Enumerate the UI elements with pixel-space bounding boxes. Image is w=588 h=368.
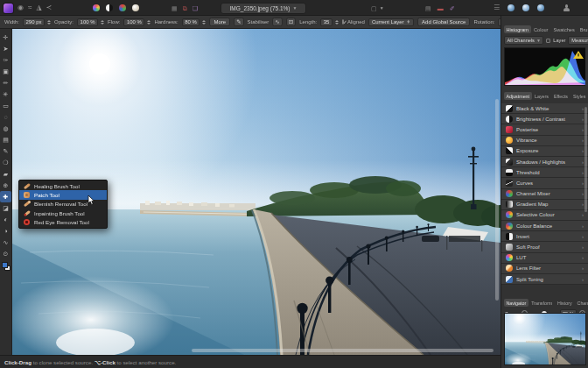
- adjustment-invert[interactable]: Invert›: [501, 231, 588, 242]
- sphere-icon[interactable]: [537, 4, 544, 11]
- hamburger-menu-icon[interactable]: ☰: [494, 4, 500, 11]
- document-tab[interactable]: IMG_2350.jpeg (75.1%) ▼: [220, 3, 306, 14]
- move-tool[interactable]: ➤: [0, 43, 11, 54]
- paint-brush-tool[interactable]: ✎: [0, 145, 11, 157]
- photo-persona-icon[interactable]: ◉: [18, 4, 24, 11]
- develop-persona-icon[interactable]: ◮: [36, 4, 41, 11]
- adjustment-exposure[interactable]: Exposure›: [501, 146, 588, 157]
- sphere-icon[interactable]: [508, 4, 514, 11]
- stepper-icon[interactable]: [147, 20, 150, 25]
- tab-swatches[interactable]: Swatches: [551, 25, 577, 33]
- export-persona-icon[interactable]: ≺: [46, 4, 52, 11]
- aligned-checkbox[interactable]: [342, 19, 344, 25]
- menu-item-inpainting-brush-tool[interactable]: Inpainting Brush Tool: [19, 209, 107, 217]
- flood-fill-tool[interactable]: ◍: [0, 123, 11, 134]
- crop-tool[interactable]: ▣: [0, 66, 11, 77]
- tab-adjustment[interactable]: Adjustment: [504, 92, 532, 100]
- layer-checkbox[interactable]: [546, 39, 550, 43]
- adjustment-lens-filter[interactable]: Lens Filter›: [501, 264, 588, 274]
- tab-transform[interactable]: Transform: [529, 299, 555, 307]
- liquify-persona-icon[interactable]: ≈: [28, 4, 32, 11]
- menu-item-healing-brush-tool[interactable]: Healing Brush Tool: [19, 181, 107, 190]
- adjustment-split-toning[interactable]: Split Toning›: [501, 274, 588, 285]
- tab-brushes[interactable]: Brushes: [578, 25, 588, 33]
- adjustment-vibrance[interactable]: Vibrance›: [501, 136, 588, 146]
- flow-value[interactable]: 100 %: [123, 18, 144, 26]
- add-global-source-button[interactable]: Add Global Source: [417, 18, 470, 26]
- assistant-icon[interactable]: ⧉: [183, 5, 187, 11]
- blur-brush-tool[interactable]: ∿: [0, 237, 11, 248]
- snapshot-icon[interactable]: ▦: [172, 5, 178, 11]
- pixel-tool[interactable]: ▰: [0, 168, 11, 180]
- auto-colour-icon[interactable]: [119, 4, 126, 11]
- rope-stabiliser-icon[interactable]: ∿: [272, 18, 282, 27]
- adjustment-selective-colour[interactable]: Selective Colour›: [501, 210, 588, 221]
- flood-select-tool[interactable]: ✳: [0, 88, 11, 100]
- gradient-tool[interactable]: ▤: [0, 134, 11, 145]
- vertical-scrollbar[interactable]: [495, 99, 499, 301]
- tab-history[interactable]: History: [556, 299, 574, 307]
- stepper-icon[interactable]: [47, 20, 51, 25]
- tab-histogram[interactable]: Histogram: [504, 25, 531, 33]
- auto-levels-icon[interactable]: [93, 4, 100, 11]
- burn-brush-tool[interactable]: ◑: [0, 225, 11, 237]
- adjustment-colour-balance[interactable]: Colour Balance›: [501, 221, 588, 231]
- adjustment-black-white[interactable]: Black & White›: [501, 103, 588, 114]
- opacity-value[interactable]: 100 %: [77, 18, 98, 26]
- tab-styles[interactable]: Styles: [571, 92, 588, 100]
- freehand-select-tool[interactable]: ◌: [0, 111, 11, 123]
- selection-brush-tool[interactable]: ✏: [0, 77, 11, 88]
- tab-effects[interactable]: Effects: [551, 92, 570, 100]
- more-button[interactable]: More: [209, 18, 230, 26]
- marquee-tool[interactable]: ▭: [0, 100, 11, 111]
- view-mode-icon[interactable]: ▢: [371, 5, 377, 11]
- view-tool[interactable]: ✛: [0, 32, 11, 43]
- window-stabiliser-icon[interactable]: ⊡: [286, 18, 296, 27]
- colour-swatch-pair[interactable]: [2, 262, 10, 271]
- tab-layers[interactable]: Layers: [533, 92, 551, 100]
- horizontal-scrollbar[interactable]: [192, 349, 494, 352]
- channels-select[interactable]: All Channels ▼: [504, 36, 543, 45]
- brush-settings-icon[interactable]: ✐: [450, 5, 455, 11]
- adjustment-gradient-map[interactable]: Gradient Map›: [501, 200, 588, 210]
- adjustment-posterise[interactable]: Posterise›: [501, 124, 588, 135]
- colour-replacement-tool[interactable]: ❍: [0, 157, 11, 168]
- colour-picker-tool[interactable]: ✑: [0, 54, 11, 66]
- stepper-icon[interactable]: [101, 20, 104, 25]
- chevron-down-icon[interactable]: ▼: [380, 6, 384, 11]
- panel-scrollbar[interactable]: [584, 107, 587, 212]
- stepper-icon[interactable]: [335, 20, 339, 25]
- adjustment-shadows-highlights[interactable]: Shadows / Highlights›: [501, 157, 588, 167]
- tab-channels[interactable]: Channels: [575, 299, 588, 307]
- account-icon[interactable]: [563, 4, 570, 12]
- adjustment-threshold[interactable]: Threshold›: [501, 167, 588, 178]
- dodge-brush-tool[interactable]: ◐: [0, 214, 11, 225]
- auto-contrast-icon[interactable]: [106, 4, 113, 11]
- measure-button[interactable]: Measure: [568, 36, 588, 45]
- zoom-tool[interactable]: ⊙: [0, 248, 11, 259]
- grid-icon[interactable]: ▤: [425, 5, 431, 11]
- slice-icon[interactable]: ▬: [438, 5, 444, 11]
- adjustment-lut[interactable]: LUT›: [501, 253, 588, 264]
- healing-brush-tool[interactable]: ✚: [0, 191, 11, 202]
- sphere-icon[interactable]: [522, 4, 529, 11]
- erase-brush-tool[interactable]: ◪: [0, 202, 11, 214]
- hardness-value[interactable]: 80 %: [182, 18, 200, 26]
- adjustment-curves[interactable]: Curves›: [501, 178, 588, 188]
- menu-item-red-eye-removal-tool[interactable]: Red Eye Removal Tool: [19, 218, 107, 227]
- source-select[interactable]: Current Layer ▲▼: [368, 18, 414, 26]
- tab-navigator[interactable]: Navigator: [504, 299, 528, 307]
- clone-brush-tool[interactable]: ⊕: [0, 180, 11, 191]
- adjustment-brightness-contrast[interactable]: Brightness / Contrast›: [501, 114, 588, 124]
- length-value[interactable]: 35: [320, 18, 332, 26]
- auto-white-balance-icon[interactable]: [132, 4, 139, 11]
- stepper-icon[interactable]: [202, 20, 206, 25]
- width-value[interactable]: 290 px: [23, 18, 45, 26]
- adjustment-channel-mixer[interactable]: Channel Mixer›: [501, 189, 588, 200]
- brush-preview-icon[interactable]: ✎: [234, 18, 243, 27]
- adjustment-soft-proof[interactable]: Soft Proof›: [501, 242, 588, 252]
- tab-colour[interactable]: Colour: [532, 25, 550, 33]
- navigator-thumbnail[interactable]: [505, 314, 585, 364]
- rotate-document-icon[interactable]: ❏: [192, 5, 198, 11]
- foreground-colour-swatch[interactable]: [2, 262, 8, 268]
